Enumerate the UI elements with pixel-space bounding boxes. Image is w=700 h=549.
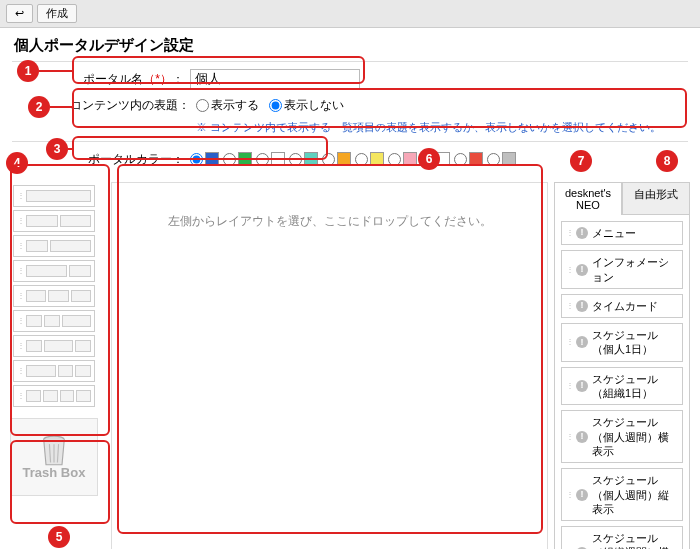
content-item-label: タイムカード — [592, 299, 658, 313]
tab-desknet[interactable]: desknet's NEO — [554, 182, 622, 215]
drag-handle-icon: ⋮⋮ — [17, 244, 23, 248]
info-icon: ! — [576, 380, 588, 392]
trash-box[interactable]: Trash Box — [10, 418, 98, 496]
info-icon: ! — [576, 300, 588, 312]
color-option[interactable] — [190, 152, 219, 166]
palette-tabs: desknet's NEO 自由形式 — [554, 182, 690, 215]
undo-icon: ↩ — [15, 7, 24, 20]
drag-handle-icon: ⋮⋮ — [566, 231, 572, 235]
content-item[interactable]: ⋮⋮!スケジュール（組織週間）横表示 — [561, 526, 683, 549]
layout-option[interactable]: ⋮⋮ — [13, 285, 95, 307]
row-portal-color: ポータルカラー： — [70, 148, 700, 170]
content-item-label: スケジュール（組織1日） — [592, 372, 678, 401]
drag-handle-icon: ⋮⋮ — [17, 319, 23, 323]
divider — [12, 141, 688, 142]
color-option[interactable] — [388, 152, 417, 166]
content-item[interactable]: ⋮⋮!インフォメーション — [561, 250, 683, 289]
content-item-label: メニュー — [592, 226, 636, 240]
content-list: ⋮⋮!メニュー⋮⋮!インフォメーション⋮⋮!タイムカード⋮⋮!スケジュール（個人… — [554, 215, 690, 549]
info-icon: ! — [576, 431, 588, 443]
drag-handle-icon: ⋮⋮ — [566, 340, 572, 344]
main-area: ⋮⋮⋮⋮⋮⋮⋮⋮⋮⋮⋮⋮⋮⋮⋮⋮⋮⋮ Trash Box 左側からレイアウトを選… — [0, 176, 700, 549]
color-option[interactable] — [256, 152, 285, 166]
drag-handle-icon: ⋮⋮ — [17, 219, 23, 223]
info-icon: ! — [576, 336, 588, 348]
callout-4: 4 — [6, 152, 28, 174]
drag-handle-icon: ⋮⋮ — [566, 493, 572, 497]
color-option[interactable] — [355, 152, 384, 166]
content-item-label: スケジュール（個人週間）縦表示 — [592, 473, 678, 516]
layout-option[interactable]: ⋮⋮ — [13, 385, 95, 407]
color-swatch — [205, 152, 219, 166]
drag-handle-icon: ⋮⋮ — [17, 369, 23, 373]
content-titles-label: コンテンツ内の表題： — [70, 97, 196, 114]
color-swatch — [436, 152, 450, 166]
portal-name-input[interactable] — [190, 69, 360, 89]
divider — [12, 61, 688, 62]
drag-handle-icon: ⋮⋮ — [17, 344, 23, 348]
drag-handle-icon: ⋮⋮ — [566, 268, 572, 272]
content-item[interactable]: ⋮⋮!スケジュール（個人週間）縦表示 — [561, 468, 683, 521]
layout-column: ⋮⋮⋮⋮⋮⋮⋮⋮⋮⋮⋮⋮⋮⋮⋮⋮⋮⋮ Trash Box — [10, 182, 105, 549]
callout-1: 1 — [17, 60, 39, 82]
create-button[interactable]: 作成 — [37, 4, 77, 23]
content-item[interactable]: ⋮⋮!スケジュール（組織1日） — [561, 367, 683, 406]
layout-option[interactable]: ⋮⋮ — [13, 210, 95, 232]
page-title: 個人ポータルデザイン設定 — [0, 28, 700, 59]
color-option[interactable] — [289, 152, 318, 166]
trash-label: Trash Box — [23, 465, 86, 480]
top-toolbar: ↩ 作成 — [0, 0, 700, 28]
callout-2: 2 — [28, 96, 50, 118]
drag-handle-icon: ⋮⋮ — [566, 435, 572, 439]
info-icon: ! — [576, 489, 588, 501]
color-swatch — [271, 152, 285, 166]
color-swatch — [238, 152, 252, 166]
color-option[interactable] — [223, 152, 252, 166]
drag-handle-icon: ⋮⋮ — [17, 394, 23, 398]
content-item[interactable]: ⋮⋮!タイムカード — [561, 294, 683, 318]
layout-option[interactable]: ⋮⋮ — [13, 260, 95, 282]
info-icon: ! — [576, 264, 588, 276]
drop-zone-placeholder: 左側からレイアウトを選び、ここにドロップしてください。 — [168, 213, 492, 230]
drag-handle-icon: ⋮⋮ — [17, 269, 23, 273]
content-item-label: スケジュール（個人1日） — [592, 328, 678, 357]
radio-show[interactable]: 表示する — [196, 97, 259, 114]
content-item-label: スケジュール（個人週間）横表示 — [592, 415, 678, 458]
row-portal-name: ポータル名（*）： — [70, 68, 700, 90]
content-item[interactable]: ⋮⋮!スケジュール（個人週間）横表示 — [561, 410, 683, 463]
content-item[interactable]: ⋮⋮!スケジュール（個人1日） — [561, 323, 683, 362]
color-swatch — [337, 152, 351, 166]
color-option[interactable] — [487, 152, 516, 166]
color-option[interactable] — [322, 152, 351, 166]
layout-option[interactable]: ⋮⋮ — [13, 335, 95, 357]
layout-grid: ⋮⋮⋮⋮⋮⋮⋮⋮⋮⋮⋮⋮⋮⋮⋮⋮⋮⋮ — [10, 182, 98, 410]
color-swatch — [469, 152, 483, 166]
drag-handle-icon: ⋮⋮ — [17, 194, 23, 198]
row-content-titles: コンテンツ内の表題： 表示する 表示しない — [70, 94, 700, 116]
portal-name-label: ポータル名（*）： — [70, 71, 190, 88]
content-item[interactable]: ⋮⋮!メニュー — [561, 221, 683, 245]
color-picker — [190, 152, 516, 166]
drag-handle-icon: ⋮⋮ — [566, 304, 572, 308]
back-button[interactable]: ↩ — [6, 4, 33, 23]
drag-handle-icon: ⋮⋮ — [566, 384, 572, 388]
content-palette: desknet's NEO 自由形式 ⋮⋮!メニュー⋮⋮!インフォメーション⋮⋮… — [554, 182, 690, 549]
color-option[interactable] — [454, 152, 483, 166]
content-item-label: インフォメーション — [592, 255, 678, 284]
layout-option[interactable]: ⋮⋮ — [13, 235, 95, 257]
color-swatch — [502, 152, 516, 166]
color-option[interactable] — [421, 152, 450, 166]
drag-handle-icon: ⋮⋮ — [17, 294, 23, 298]
tab-freeform[interactable]: 自由形式 — [622, 182, 690, 215]
drop-zone[interactable]: 左側からレイアウトを選び、ここにドロップしてください。 — [111, 182, 548, 549]
layout-option[interactable]: ⋮⋮ — [13, 310, 95, 332]
layout-option[interactable]: ⋮⋮ — [13, 185, 95, 207]
color-swatch — [304, 152, 318, 166]
info-icon: ! — [576, 227, 588, 239]
portal-color-label: ポータルカラー： — [70, 151, 190, 168]
color-swatch — [370, 152, 384, 166]
trash-icon — [40, 435, 68, 467]
layout-option[interactable]: ⋮⋮ — [13, 360, 95, 382]
radio-hide[interactable]: 表示しない — [269, 97, 344, 114]
color-swatch — [403, 152, 417, 166]
